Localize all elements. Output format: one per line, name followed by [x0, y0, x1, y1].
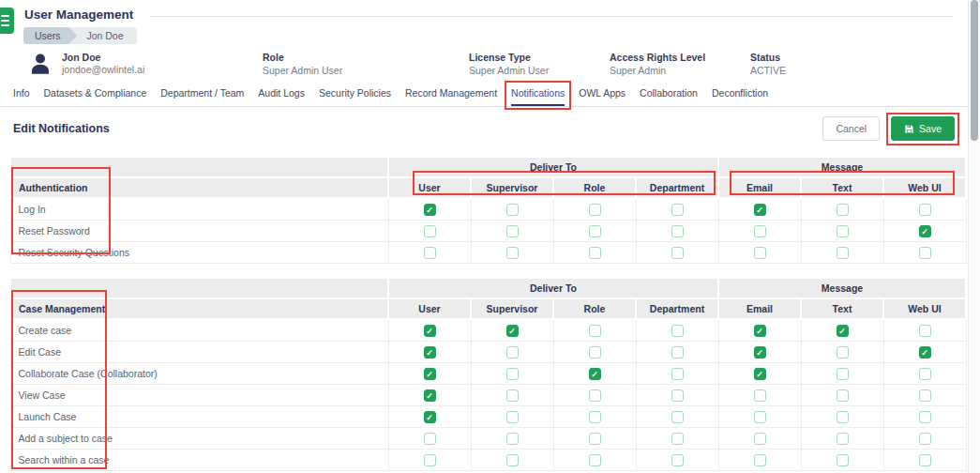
checkbox-log-in-web-ui[interactable]	[919, 204, 931, 216]
checkbox-reset-security-questions-text[interactable]	[837, 247, 849, 259]
checkbox-view-case-supervisor[interactable]	[506, 389, 519, 402]
checkbox-reset-password-department[interactable]	[671, 225, 684, 237]
checkbox-view-case-email[interactable]	[754, 389, 766, 402]
checkbox-collaborate-case-collaborator-supervisor[interactable]	[506, 368, 519, 380]
checkbox-add-a-subject-to-case-web-ui[interactable]	[919, 433, 931, 445]
checkbox-reset-security-questions-web-ui[interactable]	[919, 247, 931, 259]
checkbox-launch-case-text[interactable]	[837, 411, 849, 423]
checkbox-search-within-a-case-email[interactable]	[754, 454, 766, 466]
checkbox-add-a-subject-to-case-email[interactable]	[754, 433, 766, 445]
checkbox-cell	[883, 198, 966, 221]
checkbox-create-case-web-ui[interactable]	[919, 325, 931, 337]
group-header-deliver-to: Deliver To	[388, 157, 718, 177]
checkbox-cell	[471, 428, 553, 450]
checkbox-create-case-email[interactable]: ✓	[754, 325, 766, 337]
tab-owl-apps[interactable]: OWL Apps	[579, 81, 626, 106]
checkbox-reset-security-questions-email[interactable]	[754, 247, 766, 259]
checkbox-search-within-a-case-web-ui[interactable]	[919, 454, 931, 466]
checkbox-collaborate-case-collaborator-text[interactable]	[837, 368, 849, 380]
vertical-scrollbar[interactable]	[968, 0, 980, 473]
checkbox-edit-case-role[interactable]	[589, 346, 601, 359]
checkbox-edit-case-department[interactable]	[671, 346, 684, 359]
checkbox-log-in-role[interactable]	[589, 204, 601, 216]
checkbox-add-a-subject-to-case-text[interactable]	[837, 433, 849, 445]
checkbox-collaborate-case-collaborator-web-ui[interactable]	[919, 368, 931, 380]
checkbox-collaborate-case-collaborator-email[interactable]: ✓	[754, 368, 766, 380]
checkbox-reset-password-email[interactable]	[754, 225, 766, 237]
user-field-label: Access Rights Level	[610, 52, 705, 64]
tab-datasets-compliance[interactable]: Datasets & Compliance	[44, 81, 147, 106]
scrollbar-thumb[interactable]	[971, 0, 978, 141]
app-menu-icon[interactable]	[0, 8, 14, 34]
tab-collaboration[interactable]: Collaboration	[640, 81, 698, 106]
checkbox-log-in-supervisor[interactable]	[506, 204, 519, 216]
checkbox-add-a-subject-to-case-role[interactable]	[589, 433, 601, 445]
checkbox-create-case-department[interactable]	[671, 325, 684, 337]
checkbox-edit-case-user[interactable]: ✓	[424, 346, 436, 359]
checkbox-view-case-department[interactable]	[671, 389, 684, 402]
notification-tables: Deliver ToMessageAuthenticationUserSuper…	[0, 156, 968, 471]
checkbox-edit-case-supervisor[interactable]	[506, 346, 519, 359]
checkbox-create-case-text[interactable]: ✓	[837, 325, 849, 337]
checkbox-view-case-text[interactable]	[837, 389, 849, 402]
checkbox-view-case-role[interactable]	[589, 389, 601, 402]
checkbox-cell: ✓	[471, 319, 553, 342]
save-button[interactable]: Save	[891, 116, 955, 141]
checkbox-log-in-user[interactable]: ✓	[424, 204, 436, 216]
checkbox-add-a-subject-to-case-user[interactable]	[424, 433, 436, 445]
table-row-search-within-a-case: Search within a case	[10, 450, 966, 471]
checkbox-reset-password-supervisor[interactable]	[506, 225, 519, 237]
checkbox-reset-security-questions-supervisor[interactable]	[506, 247, 519, 259]
row-label: Launch Case	[10, 406, 388, 428]
checkbox-reset-security-questions-user[interactable]	[424, 247, 436, 259]
checkbox-reset-password-web-ui[interactable]: ✓	[919, 225, 931, 237]
checkbox-collaborate-case-collaborator-role[interactable]: ✓	[589, 368, 601, 380]
checkbox-cell	[471, 342, 553, 363]
checkbox-collaborate-case-collaborator-user[interactable]: ✓	[424, 368, 436, 380]
checkbox-cell	[718, 450, 801, 471]
checkbox-collaborate-case-collaborator-department[interactable]	[671, 368, 684, 380]
checkbox-add-a-subject-to-case-supervisor[interactable]	[506, 433, 519, 445]
checkbox-create-case-supervisor[interactable]: ✓	[506, 325, 519, 337]
tab-record-management[interactable]: Record Management	[405, 81, 497, 106]
checkbox-search-within-a-case-department[interactable]	[671, 454, 684, 466]
checkbox-log-in-email[interactable]: ✓	[754, 204, 766, 216]
checkbox-cell	[801, 242, 883, 264]
checkbox-reset-password-role[interactable]	[589, 225, 601, 237]
checkbox-view-case-user[interactable]: ✓	[424, 389, 436, 402]
tab-notifications[interactable]: Notifications	[511, 81, 565, 106]
checkbox-edit-case-web-ui[interactable]: ✓	[919, 346, 931, 359]
checkbox-view-case-web-ui[interactable]	[919, 389, 931, 402]
checkbox-reset-security-questions-role[interactable]	[589, 247, 601, 259]
tab-deconfliction[interactable]: Deconfliction	[712, 81, 768, 106]
checkbox-log-in-text[interactable]	[837, 204, 849, 216]
checkbox-search-within-a-case-supervisor[interactable]	[506, 454, 519, 466]
checkbox-reset-security-questions-department[interactable]	[671, 247, 684, 259]
tab-department-team[interactable]: Department / Team	[160, 81, 244, 106]
checkbox-launch-case-role[interactable]	[589, 411, 601, 423]
checkbox-launch-case-supervisor[interactable]	[506, 411, 519, 423]
breadcrumb-users[interactable]: Users	[23, 27, 77, 44]
checkbox-reset-password-text[interactable]	[837, 225, 849, 237]
user-field-license-type: License TypeSuper Admin User	[469, 52, 549, 77]
checkbox-launch-case-user[interactable]: ✓	[424, 411, 436, 423]
checkbox-launch-case-email[interactable]	[754, 411, 766, 423]
checkbox-edit-case-email[interactable]: ✓	[754, 346, 766, 359]
checkbox-log-in-department[interactable]	[671, 204, 684, 216]
checkbox-search-within-a-case-user[interactable]	[424, 454, 436, 466]
checkbox-launch-case-department[interactable]	[671, 411, 684, 423]
cancel-button[interactable]: Cancel	[822, 116, 880, 141]
checkbox-search-within-a-case-role[interactable]	[589, 454, 601, 466]
checkbox-create-case-role[interactable]	[589, 325, 601, 337]
checkbox-add-a-subject-to-case-department[interactable]	[671, 433, 684, 445]
checkbox-search-within-a-case-text[interactable]	[837, 454, 849, 466]
checkbox-reset-password-user[interactable]	[424, 225, 436, 237]
checkbox-cell	[388, 221, 471, 242]
checkbox-edit-case-text[interactable]	[837, 346, 849, 359]
tab-audit-logs[interactable]: Audit Logs	[258, 81, 305, 106]
tab-info[interactable]: Info	[13, 81, 30, 106]
checkbox-launch-case-web-ui[interactable]	[919, 411, 931, 423]
tab-security-policies[interactable]: Security Policies	[319, 81, 391, 106]
column-header-role: Role	[553, 177, 636, 198]
checkbox-create-case-user[interactable]: ✓	[424, 325, 436, 337]
